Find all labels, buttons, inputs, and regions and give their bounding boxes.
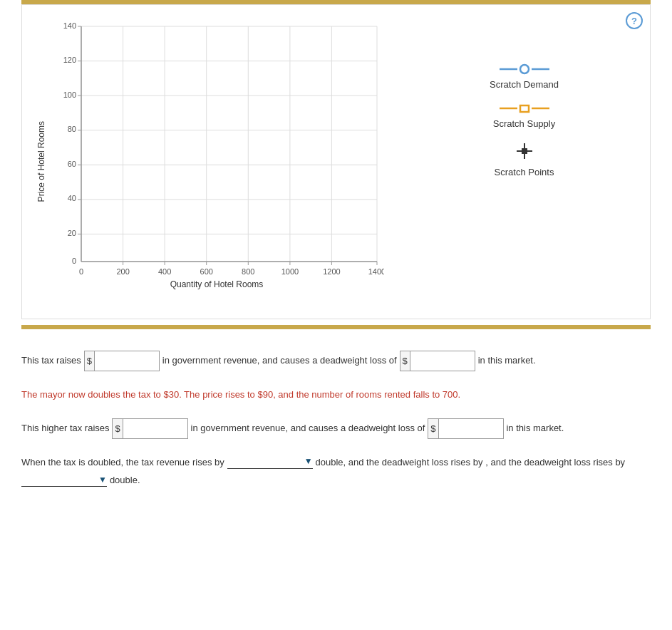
q1-middle-text: in government revenue, and causes a dead… — [162, 355, 397, 366]
legend-points: Scratch Points — [405, 140, 643, 177]
svg-text:1200: 1200 — [323, 267, 340, 276]
help-button[interactable]: ? — [626, 12, 643, 29]
question-3-row: This higher tax raises $ in government r… — [21, 418, 651, 439]
q1-revenue-input-wrapper: $ — [84, 351, 160, 371]
svg-text:40: 40 — [68, 194, 76, 202]
chart-area: Price of Hotel Rooms — [29, 12, 643, 311]
svg-text:1400: 1400 — [368, 267, 384, 276]
svg-text:600: 600 — [200, 267, 213, 276]
svg-text:0: 0 — [79, 267, 83, 276]
q4-dropdown1[interactable]: less than more than exactly — [227, 457, 313, 468]
question-2-row: The mayor now doubles the tax to $30. Th… — [21, 386, 651, 403]
svg-text:120: 120 — [63, 56, 76, 64]
svg-text:80: 80 — [68, 125, 76, 133]
q4-dropdown2-wrapper: less than more than exactly ▼ — [21, 475, 107, 487]
q3-after-text: in this market. — [506, 423, 564, 433]
y-axis-label: Price of Hotel Rooms — [36, 121, 46, 202]
demand-icon — [500, 62, 549, 76]
svg-text:0: 0 — [72, 257, 76, 265]
q4-after-text: double. — [110, 475, 140, 485]
q3-dwl-input[interactable] — [439, 422, 503, 435]
q1-after-text: in this market. — [478, 355, 536, 366]
legend-supply: Scratch Supply — [405, 101, 643, 129]
svg-text:100: 100 — [63, 91, 76, 99]
svg-text:60: 60 — [68, 160, 76, 168]
svg-text:1000: 1000 — [281, 267, 299, 276]
svg-text:140: 140 — [63, 21, 76, 30]
q1-dwl-input[interactable] — [410, 354, 475, 368]
demand-line-symbol — [500, 62, 549, 76]
question-1-row: This tax raises $ in government revenue,… — [21, 351, 651, 371]
chart-svg: 0 20 40 60 80 100 120 140 0 200 400 600 … — [49, 19, 384, 290]
svg-text:400: 400 — [158, 267, 171, 276]
q3-revenue-input[interactable] — [123, 422, 187, 435]
q3-dwl-dollar-prefix: $ — [428, 419, 438, 438]
chart-plot: 0 20 40 60 80 100 120 140 0 200 400 600 … — [49, 19, 384, 304]
legend-demand: Scratch Demand — [405, 62, 643, 90]
q4-dropdown2[interactable]: less than more than exactly — [21, 475, 107, 485]
points-crosshair-icon — [514, 140, 535, 162]
q1-before-text: This tax raises — [21, 355, 81, 366]
svg-point-49 — [520, 65, 529, 73]
q3-dwl-input-wrapper: $ — [428, 418, 503, 439]
supply-legend-label: Scratch Supply — [493, 118, 555, 129]
q1-dwl-input-wrapper: $ — [400, 351, 475, 371]
q3-before-text: This higher tax raises — [21, 423, 110, 433]
question-4-row: When the tax is doubled, the tax revenue… — [21, 453, 651, 489]
q3-revenue-input-wrapper: $ — [112, 418, 187, 439]
svg-text:20: 20 — [68, 229, 76, 237]
supply-icon — [500, 101, 549, 115]
chart-panel: ? Price of Hotel Rooms — [21, 4, 651, 319]
q2-info-text: The mayor now doubles the tax to $30. Th… — [21, 389, 460, 400]
q3-middle-text: in government revenue, and causes a dead… — [191, 423, 425, 433]
svg-rect-52 — [520, 105, 529, 112]
legend-area: Scratch Demand Scratch Supply — [384, 62, 643, 177]
points-icon — [514, 140, 535, 164]
q1-dwl-dollar-prefix: $ — [400, 351, 410, 371]
svg-rect-58 — [522, 148, 527, 154]
svg-text:800: 800 — [242, 267, 254, 276]
svg-text:200: 200 — [116, 267, 129, 276]
bottom-section: This tax raises $ in government revenue,… — [21, 351, 651, 489]
q4-dropdown1-wrapper: less than more than exactly ▼ — [227, 457, 313, 469]
q4-before-text: When the tax is doubled, the tax revenue… — [21, 457, 224, 468]
points-legend-label: Scratch Points — [495, 167, 554, 177]
q3-dollar-prefix: $ — [113, 419, 123, 438]
supply-line-symbol — [500, 101, 549, 115]
q4-middle-text: double, and the deadweight loss rises by — [316, 457, 483, 468]
demand-legend-label: Scratch Demand — [490, 79, 559, 90]
q1-revenue-input[interactable] — [95, 354, 159, 368]
bottom-gold-bar — [21, 325, 651, 329]
q1-dollar-prefix: $ — [85, 351, 95, 371]
q4-middle2-text: , and the deadweight loss rises by — [485, 457, 625, 468]
